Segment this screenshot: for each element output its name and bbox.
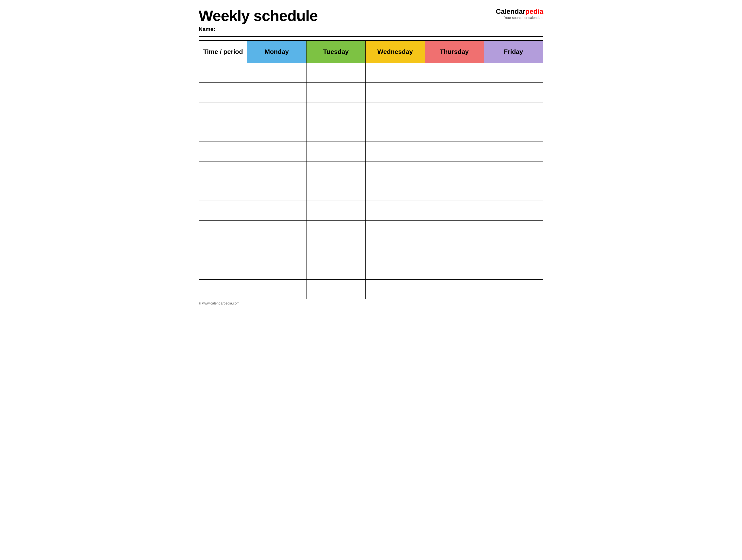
table-cell[interactable] — [199, 201, 247, 220]
table-cell[interactable] — [366, 201, 425, 220]
table-row — [199, 82, 543, 102]
table-cell[interactable] — [484, 240, 543, 260]
table-cell[interactable] — [306, 102, 365, 122]
table-cell[interactable] — [366, 161, 425, 181]
table-cell[interactable] — [247, 161, 306, 181]
table-cell[interactable] — [484, 142, 543, 161]
table-cell[interactable] — [199, 260, 247, 279]
table-cell[interactable] — [425, 142, 484, 161]
logo-calendar: Calendar — [496, 8, 525, 15]
table-cell[interactable] — [247, 122, 306, 142]
table-row — [199, 260, 543, 279]
table-cell[interactable] — [366, 220, 425, 240]
logo-text: Calendarpedia — [496, 7, 543, 16]
logo-area: Calendarpedia Your source for calendars — [496, 7, 543, 20]
table-cell[interactable] — [199, 63, 247, 82]
logo-pedia: pedia — [525, 8, 543, 15]
table-cell[interactable] — [247, 260, 306, 279]
table-cell[interactable] — [425, 240, 484, 260]
table-row — [199, 142, 543, 161]
table-cell[interactable] — [484, 102, 543, 122]
col-header-tuesday: Tuesday — [306, 41, 365, 63]
page-wrapper: Weekly schedule Name: Calendarpedia Your… — [199, 7, 543, 305]
table-cell[interactable] — [366, 240, 425, 260]
table-cell[interactable] — [425, 181, 484, 201]
table-cell[interactable] — [366, 279, 425, 299]
table-cell[interactable] — [247, 63, 306, 82]
table-cell[interactable] — [306, 161, 365, 181]
table-cell[interactable] — [484, 220, 543, 240]
col-header-wednesday: Wednesday — [366, 41, 425, 63]
table-row — [199, 161, 543, 181]
table-cell[interactable] — [425, 220, 484, 240]
table-cell[interactable] — [484, 63, 543, 82]
table-header-row: Time / period Monday Tuesday Wednesday T… — [199, 41, 543, 63]
table-cell[interactable] — [425, 201, 484, 220]
name-label: Name: — [199, 26, 496, 33]
table-cell[interactable] — [247, 142, 306, 161]
table-cell[interactable] — [306, 82, 365, 102]
title-area: Weekly schedule Name: — [199, 7, 496, 33]
table-row — [199, 102, 543, 122]
table-cell[interactable] — [199, 82, 247, 102]
table-cell[interactable] — [199, 142, 247, 161]
table-cell[interactable] — [247, 220, 306, 240]
table-cell[interactable] — [247, 279, 306, 299]
table-cell[interactable] — [425, 161, 484, 181]
table-cell[interactable] — [247, 201, 306, 220]
table-cell[interactable] — [484, 260, 543, 279]
table-cell[interactable] — [247, 240, 306, 260]
table-cell[interactable] — [484, 122, 543, 142]
footer-url: © www.calendarpedia.com — [199, 301, 543, 305]
table-cell[interactable] — [199, 102, 247, 122]
table-cell[interactable] — [366, 260, 425, 279]
table-cell[interactable] — [484, 161, 543, 181]
table-row — [199, 63, 543, 82]
table-row — [199, 181, 543, 201]
col-header-monday: Monday — [247, 41, 306, 63]
table-cell[interactable] — [199, 279, 247, 299]
table-cell[interactable] — [425, 260, 484, 279]
table-row — [199, 201, 543, 220]
table-cell[interactable] — [306, 122, 365, 142]
page-title: Weekly schedule — [199, 7, 496, 24]
table-cell[interactable] — [425, 82, 484, 102]
table-cell[interactable] — [306, 240, 365, 260]
table-cell[interactable] — [425, 279, 484, 299]
table-cell[interactable] — [306, 279, 365, 299]
table-cell[interactable] — [199, 181, 247, 201]
table-cell[interactable] — [425, 63, 484, 82]
table-cell[interactable] — [306, 260, 365, 279]
table-row — [199, 122, 543, 142]
table-cell[interactable] — [306, 220, 365, 240]
table-cell[interactable] — [306, 142, 365, 161]
table-cell[interactable] — [484, 279, 543, 299]
table-row — [199, 240, 543, 260]
table-cell[interactable] — [199, 220, 247, 240]
table-cell[interactable] — [425, 102, 484, 122]
table-cell[interactable] — [366, 102, 425, 122]
table-cell[interactable] — [306, 181, 365, 201]
table-cell[interactable] — [306, 63, 365, 82]
table-cell[interactable] — [366, 142, 425, 161]
table-cell[interactable] — [484, 82, 543, 102]
table-cell[interactable] — [484, 181, 543, 201]
table-cell[interactable] — [199, 161, 247, 181]
table-cell[interactable] — [247, 102, 306, 122]
table-cell[interactable] — [366, 122, 425, 142]
table-cell[interactable] — [366, 82, 425, 102]
table-cell[interactable] — [199, 240, 247, 260]
table-row — [199, 279, 543, 299]
col-header-friday: Friday — [484, 41, 543, 63]
table-cell[interactable] — [247, 82, 306, 102]
table-cell[interactable] — [247, 181, 306, 201]
table-cell[interactable] — [366, 181, 425, 201]
table-cell[interactable] — [484, 201, 543, 220]
table-cell[interactable] — [199, 122, 247, 142]
col-header-time: Time / period — [199, 41, 247, 63]
table-cell[interactable] — [425, 122, 484, 142]
logo-tagline: Your source for calendars — [496, 16, 543, 20]
schedule-table: Time / period Monday Tuesday Wednesday T… — [199, 40, 543, 299]
table-cell[interactable] — [306, 201, 365, 220]
table-cell[interactable] — [366, 63, 425, 82]
